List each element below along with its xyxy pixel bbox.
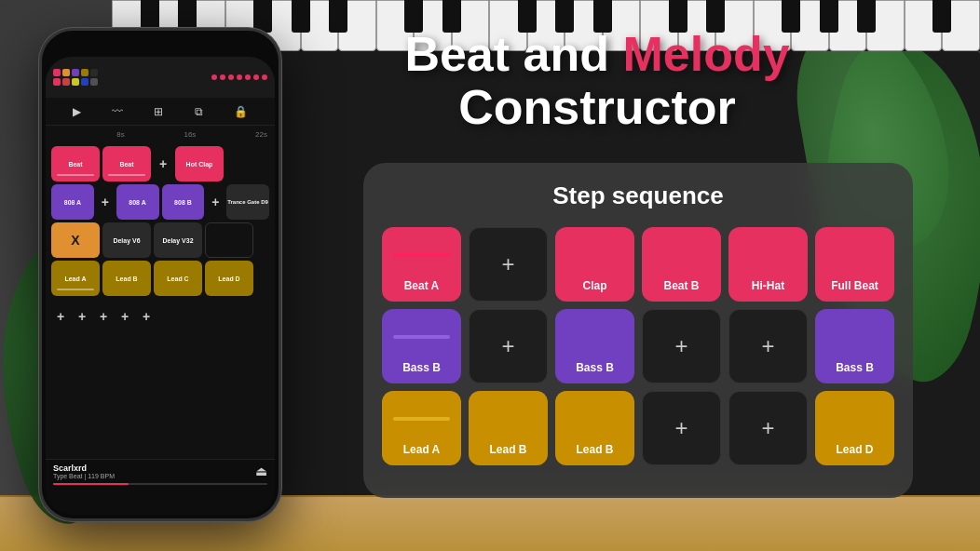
lead-a-line	[393, 417, 450, 421]
pad-lead-a[interactable]: Lead A	[51, 261, 100, 296]
pads-section: Beat Beat + Hot Clap 808 A + 808 A 808 B…	[46, 142, 275, 341]
pad-808b[interactable]: 808 B	[162, 184, 205, 220]
plus-icon-1: +	[501, 251, 514, 277]
title-constructor: Constructor	[354, 81, 840, 134]
step-pad-plus-2[interactable]: +	[469, 309, 548, 383]
step-pad-bass-b-2[interactable]: Bass B	[555, 309, 634, 383]
step-pad-lead-b-2[interactable]: Lead B	[555, 391, 634, 465]
phone-notch	[123, 42, 197, 49]
pad-delay-v32[interactable]: Delay V32	[154, 222, 202, 258]
phone-bottom-bar: Scarlxrd Type Beat | 119 BPM ⏏	[46, 459, 275, 515]
step-grid: Beat A + Clap Beat B Hi-Hat Full Beat Ba…	[382, 227, 894, 465]
pad-808a-1[interactable]: 808 A	[51, 184, 94, 220]
step-pad-plus-5[interactable]: +	[642, 391, 721, 465]
title-beat-and: Beat and	[404, 27, 622, 81]
pads-row-1: Beat Beat + Hot Clap	[51, 146, 269, 181]
exit-icon[interactable]: ⏏	[255, 464, 267, 478]
pad-x-dark[interactable]	[205, 222, 253, 258]
pads-row-4: Lead A Lead B Lead C Lead D	[51, 261, 269, 296]
plus-icon-2: +	[501, 333, 514, 359]
copy-icon[interactable]: ⧉	[195, 105, 203, 118]
title-area: Beat and Melody Constructor	[354, 28, 840, 134]
pad-add-5c[interactable]: +	[94, 299, 113, 334]
lead-b-2-label: Lead B	[576, 443, 613, 456]
step-pad-hihat[interactable]: Hi-Hat	[728, 227, 808, 302]
pads-row-5: + + + + +	[51, 299, 269, 334]
phone-top-bar	[46, 57, 275, 98]
step-pad-plus-1[interactable]: +	[469, 227, 548, 302]
grid-icon[interactable]: ⊞	[154, 105, 163, 118]
pad-add-2[interactable]: +	[97, 184, 114, 220]
title-line1: Beat and Melody	[354, 28, 840, 81]
plus-icon-5: +	[674, 415, 687, 441]
play-icon[interactable]: ▶	[73, 105, 81, 118]
pads-row-2: 808 A + 808 A 808 B + Trance Gate D9	[51, 184, 269, 220]
lead-b-1-label: Lead B	[489, 443, 526, 456]
pad-808a-2[interactable]: 808 A	[116, 184, 159, 220]
pad-trance[interactable]: Trance Gate D9	[226, 184, 269, 220]
bass-b-3-label: Bass B	[836, 361, 874, 374]
bass-b-2-label: Bass B	[576, 361, 614, 374]
pad-add-5b[interactable]: +	[73, 299, 91, 334]
pad-lead-d[interactable]: Lead D	[205, 261, 253, 296]
beat-marker-16s: 16s	[125, 130, 197, 139]
step-pad-lead-b-1[interactable]: Lead B	[469, 391, 548, 465]
step-pad-bass-b-3[interactable]: Bass B	[815, 309, 894, 383]
step-pad-fullbeat[interactable]: Full Beat	[815, 227, 894, 302]
save-icon[interactable]: 🔒	[234, 105, 248, 118]
track-info: Type Beat | 119 BPM	[53, 473, 115, 479]
pad-beat-a[interactable]: Beat	[51, 146, 100, 181]
phone-controls-bar: ▶ 〰 ⊞ ⧉ 🔒	[46, 98, 275, 126]
step-pad-plus-4[interactable]: +	[728, 309, 808, 383]
step-sequence-title: Step sequence	[382, 181, 894, 210]
pad-add-1[interactable]: +	[154, 146, 172, 181]
step-pad-bass-b-1[interactable]: Bass B	[382, 309, 461, 383]
clap-label: Clap	[582, 279, 606, 292]
step-pad-beat-a[interactable]: Beat A	[382, 227, 461, 302]
pad-add-5d[interactable]: +	[116, 299, 134, 334]
pads-row-3: X Delay V6 Delay V32	[51, 222, 269, 258]
pad-add-3[interactable]: +	[207, 184, 224, 220]
artist-name: Scarlxrd	[53, 464, 115, 473]
bass-b-line	[393, 335, 450, 339]
step-pad-plus-6[interactable]: +	[728, 391, 808, 465]
color-grid	[53, 69, 98, 86]
phone-screen: ▶ 〰 ⊞ ⧉ 🔒 8s 16s 22s Beat Beat	[46, 57, 275, 515]
progress-fill	[53, 483, 129, 485]
step-pad-plus-3[interactable]: +	[642, 309, 721, 383]
step-pad-lead-d[interactable]: Lead D	[815, 391, 894, 465]
fullbeat-label: Full Beat	[831, 279, 878, 292]
top-icons	[211, 74, 267, 80]
step-pad-clap[interactable]: Clap	[555, 227, 634, 302]
plus-icon-3: +	[674, 333, 687, 359]
plus-icon-6: +	[761, 415, 774, 441]
beat-markers: 8s 16s 22s	[46, 126, 275, 142]
pad-lead-b[interactable]: Lead B	[102, 261, 151, 296]
pad-hot-clap[interactable]: Hot Clap	[175, 146, 224, 181]
beat-a-line	[393, 253, 450, 257]
pad-delay-v6[interactable]: Delay V6	[102, 222, 151, 258]
progress-bar[interactable]	[53, 483, 267, 485]
bass-b-1-label: Bass B	[402, 361, 441, 374]
hihat-label: Hi-Hat	[752, 279, 784, 292]
lead-a-label: Lead A	[403, 443, 441, 456]
plus-icon-4: +	[761, 333, 774, 359]
pad-lead-c[interactable]: Lead C	[154, 261, 202, 296]
pad-x-orange[interactable]: X	[51, 222, 100, 258]
step-pad-beat-b[interactable]: Beat B	[642, 227, 721, 302]
phone-device: ▶ 〰 ⊞ ⧉ 🔒 8s 16s 22s Beat Beat	[39, 28, 281, 521]
title-melody: Melody	[622, 27, 789, 81]
beat-b-label: Beat B	[663, 279, 699, 292]
waves-icon[interactable]: 〰	[112, 105, 123, 118]
beat-marker-8s: 8s	[53, 130, 125, 139]
beat-a-label: Beat A	[404, 279, 440, 292]
step-sequence-panel: Step sequence Beat A + Clap Beat B Hi-Ha…	[363, 163, 913, 498]
lead-d-label: Lead D	[836, 443, 873, 456]
pad-add-5e[interactable]: +	[137, 299, 156, 334]
pad-add-5a[interactable]: +	[51, 299, 70, 334]
step-pad-lead-a[interactable]: Lead A	[382, 391, 461, 465]
beat-marker-22s: 22s	[196, 130, 267, 139]
pad-beat-b[interactable]: Beat	[102, 146, 151, 181]
